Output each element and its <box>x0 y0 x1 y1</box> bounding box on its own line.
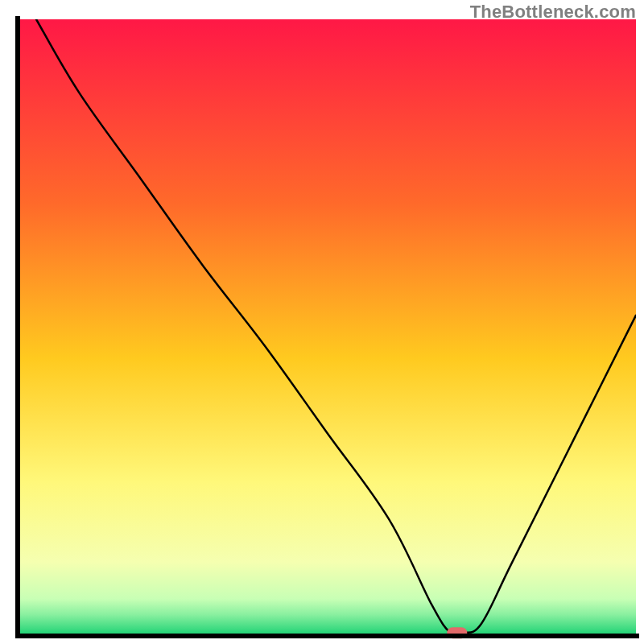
watermark-text: TheBottleneck.com <box>470 2 636 23</box>
gradient-background <box>18 19 636 636</box>
chart-container: { "watermark": "TheBottleneck.com", "cha… <box>0 0 644 644</box>
bottleneck-chart <box>0 0 644 644</box>
